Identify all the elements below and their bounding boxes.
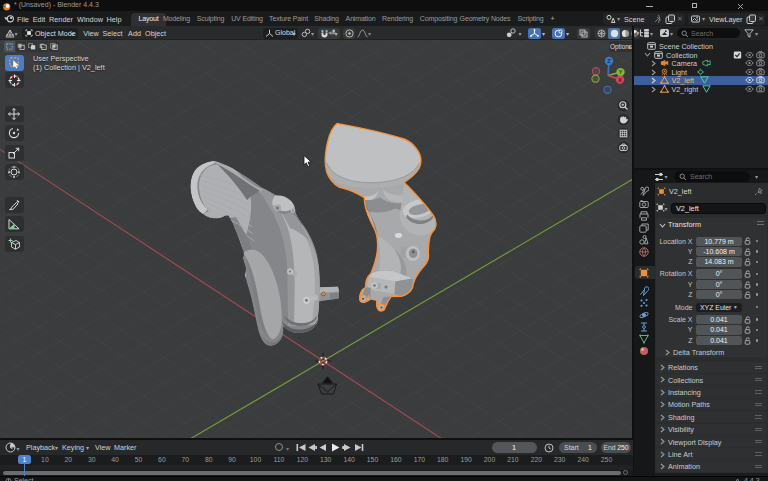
svg-text:Y: Y [618, 69, 622, 75]
svg-text:X: X [618, 77, 622, 83]
svg-text:Z: Z [607, 58, 611, 64]
